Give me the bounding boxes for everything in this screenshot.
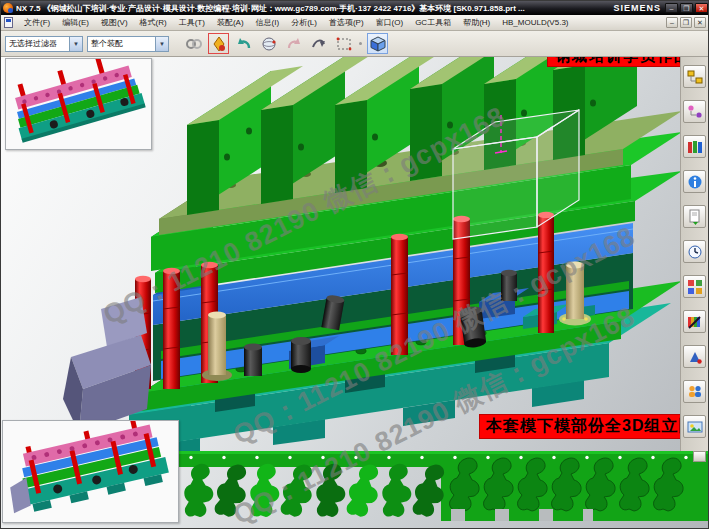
menu-assemblies[interactable]: 装配(A) [211, 15, 250, 30]
menu-format[interactable]: 格式(R) [134, 15, 173, 30]
selection-filter-icon[interactable] [208, 33, 229, 54]
type-filter-combo[interactable]: 无选择过滤器 ▼ [5, 36, 83, 52]
watermark-banner-bottom: 本套模下模部份全3D组立图 [479, 414, 702, 439]
internet-icon[interactable] [683, 170, 706, 193]
history-icon[interactable] [683, 240, 706, 263]
menu-hb-mould[interactable]: HB_MOULD(V5.3) [496, 16, 574, 29]
toolbar-icons [183, 33, 392, 54]
minimize-button[interactable]: – [665, 3, 678, 13]
mdi-window-controls: – ❐ ✕ [664, 17, 706, 28]
die-strip [179, 449, 709, 527]
part-document-icon [4, 17, 13, 28]
image-capture-icon[interactable] [683, 415, 706, 438]
edit-object-display-icon[interactable] [683, 345, 706, 368]
part-navigator-icon[interactable] [683, 135, 706, 158]
shaded-view-icon[interactable] [367, 33, 388, 54]
mdi-close-button[interactable]: ✕ [694, 17, 706, 28]
menu-view[interactable]: 视图(V) [95, 15, 134, 30]
visualization-icon[interactable] [683, 310, 706, 333]
type-filter-value: 无选择过滤器 [6, 38, 69, 49]
assembly-navigator-icon[interactable] [683, 65, 706, 88]
menu-information[interactable]: 信息(I) [250, 15, 286, 30]
menu-window[interactable]: 窗口(O) [370, 15, 410, 30]
selection-scope-combo[interactable]: 整个装配 ▼ [87, 36, 169, 52]
close-button[interactable]: ✕ [695, 3, 708, 13]
selection-scope-value: 整个装配 [88, 38, 155, 49]
siemens-brand: SIEMENS [613, 3, 661, 13]
menu-analysis[interactable]: 分析(L) [285, 15, 323, 30]
reuse-library-icon[interactable] [683, 205, 706, 228]
resource-bar [680, 31, 708, 451]
chevron-down-icon[interactable]: ▼ [155, 37, 168, 51]
menu-edit[interactable]: 编辑(E) [56, 15, 95, 30]
snap-point-icon[interactable] [183, 33, 204, 54]
constraint-navigator-icon[interactable] [683, 100, 706, 123]
chevron-down-icon[interactable]: ▼ [69, 37, 82, 51]
strip-hanging-parts [182, 463, 447, 519]
restore-button[interactable]: ❐ [680, 3, 693, 13]
layer-settings-icon[interactable] [683, 275, 706, 298]
toolbar-separator [359, 42, 362, 45]
orbit-icon[interactable] [258, 33, 279, 54]
selection-toolbar: 无选择过滤器 ▼ 整个装配 ▼ [1, 31, 709, 57]
strip-window-button[interactable] [693, 451, 706, 462]
mdi-minimize-button[interactable]: – [666, 17, 678, 28]
redo-icon[interactable] [283, 33, 304, 54]
menu-file[interactable]: 文件(F) [18, 15, 56, 30]
menu-help[interactable]: 帮助(H) [457, 15, 496, 30]
nx-logo-icon [3, 3, 13, 13]
rectangle-select-icon[interactable] [333, 33, 354, 54]
mdi-restore-button[interactable]: ❐ [680, 17, 692, 28]
title-bar: NX 7.5 《钢城松山下培训·专业·产品设计·模具设计·数控编程·培训·网址：… [1, 1, 709, 15]
undo-icon[interactable] [233, 33, 254, 54]
menu-bar: 文件(F) 编辑(E) 视图(V) 格式(R) 工具(T) 装配(A) 信息(I… [1, 15, 709, 31]
nx-application-window: NX 7.5 《钢城松山下培训·专业·产品设计·模具设计·数控编程·培训·网址：… [0, 0, 709, 529]
preview-inset-bottom-left [2, 420, 179, 523]
window-title: NX 7.5 《钢城松山下培训·专业·产品设计·模具设计·数控编程·培训·网址：… [16, 3, 609, 14]
roles-icon[interactable] [683, 380, 706, 403]
menu-preferences[interactable]: 首选项(P) [323, 15, 370, 30]
menu-tools[interactable]: 工具(T) [173, 15, 211, 30]
preview-inset-top-left [5, 58, 152, 150]
menu-gc-toolbox[interactable]: GC工具箱 [409, 15, 457, 30]
swap-view-icon[interactable] [308, 33, 329, 54]
